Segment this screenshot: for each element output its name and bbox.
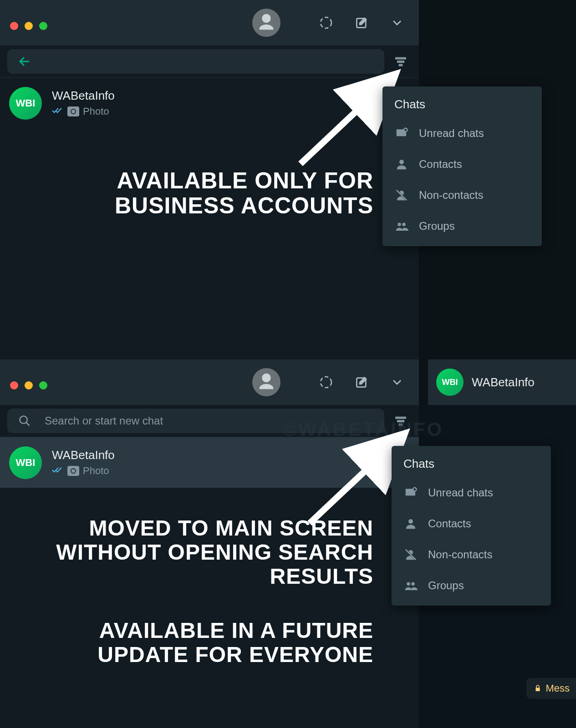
contact-name: WABetaInfo xyxy=(472,375,535,389)
svg-point-6 xyxy=(404,128,408,132)
status-icon[interactable] xyxy=(318,374,334,390)
svg-point-26 xyxy=(407,582,410,586)
search-icon xyxy=(17,414,32,428)
filter-groups[interactable]: Groups xyxy=(392,570,551,601)
svg-point-27 xyxy=(411,582,415,586)
maximize-icon[interactable] xyxy=(39,381,47,389)
contact-avatar: WBI xyxy=(436,369,464,396)
minimize-icon[interactable] xyxy=(25,22,33,30)
filter-noncontacts[interactable]: Non-contacts xyxy=(392,539,551,570)
minimize-icon[interactable] xyxy=(25,381,33,389)
filter-contacts[interactable]: Contacts xyxy=(392,508,551,539)
svg-rect-3 xyxy=(398,61,404,63)
filter-menu: Chats Unread chats Contacts Non-contacts… xyxy=(382,86,542,246)
group-icon xyxy=(394,219,409,233)
filter-unread[interactable]: Unread chats xyxy=(392,477,551,508)
read-ticks-icon xyxy=(52,465,64,477)
unread-icon xyxy=(394,126,409,141)
close-icon[interactable] xyxy=(10,22,18,30)
new-chat-icon[interactable] xyxy=(353,15,370,31)
lock-icon xyxy=(534,684,542,693)
camera-icon xyxy=(67,106,79,116)
svg-point-15 xyxy=(20,416,27,424)
menu-chevron-icon[interactable] xyxy=(389,15,405,31)
group-icon xyxy=(403,578,418,593)
svg-point-21 xyxy=(413,488,417,491)
svg-point-13 xyxy=(321,377,331,388)
status-icon[interactable] xyxy=(318,15,334,31)
svg-line-20 xyxy=(310,446,392,523)
person-icon xyxy=(394,157,409,172)
read-ticks-icon xyxy=(52,106,64,117)
filter-unread[interactable]: Unread chats xyxy=(382,118,542,149)
filter-noncontacts[interactable]: Non-contacts xyxy=(382,180,542,211)
svg-point-22 xyxy=(408,519,413,524)
annotation-caption: AVAILABLE ONLY FOR BUSINESS ACCOUNTS xyxy=(46,168,373,218)
svg-point-12 xyxy=(402,223,406,227)
profile-avatar[interactable] xyxy=(252,368,280,396)
sidebar-header xyxy=(0,0,419,46)
profile-avatar[interactable] xyxy=(252,9,280,37)
filter-contacts[interactable]: Contacts xyxy=(382,149,542,180)
annotation-arrow xyxy=(291,77,396,175)
person-icon xyxy=(403,516,418,531)
person-off-icon xyxy=(403,547,418,562)
contact-avatar: WBI xyxy=(9,87,42,120)
svg-rect-2 xyxy=(396,57,406,59)
svg-point-11 xyxy=(398,223,401,227)
filter-menu-title: Chats xyxy=(392,452,551,477)
search-input[interactable] xyxy=(7,49,384,74)
camera-icon xyxy=(67,466,79,476)
svg-rect-4 xyxy=(399,64,403,66)
filter-groups[interactable]: Groups xyxy=(382,211,542,242)
menu-chevron-icon[interactable] xyxy=(389,374,405,390)
svg-point-0 xyxy=(321,17,331,28)
close-icon[interactable] xyxy=(10,381,18,389)
sidebar-header xyxy=(0,359,419,405)
annotation-arrow xyxy=(301,437,405,534)
message-preview: Photo xyxy=(83,106,109,117)
window-controls[interactable] xyxy=(10,381,47,389)
svg-line-16 xyxy=(26,423,30,426)
svg-line-5 xyxy=(301,86,382,164)
filter-menu-title: Chats xyxy=(382,93,542,118)
back-arrow-icon[interactable] xyxy=(17,54,32,69)
search-row xyxy=(0,46,419,77)
new-chat-icon[interactable] xyxy=(353,374,370,390)
message-preview: Photo xyxy=(83,465,109,477)
maximize-icon[interactable] xyxy=(39,22,47,30)
filter-icon[interactable] xyxy=(390,51,412,72)
contact-avatar: WBI xyxy=(9,446,42,479)
filter-menu: Chats Unread chats Contacts Non-contacts… xyxy=(392,446,551,606)
person-off-icon xyxy=(394,188,409,202)
encryption-pill: Mess xyxy=(526,678,576,699)
svg-point-7 xyxy=(399,160,404,164)
conversation-header[interactable]: WBI WABetaInfo xyxy=(428,359,576,405)
unread-icon xyxy=(403,485,418,500)
search-placeholder: Search or start new chat xyxy=(45,415,163,427)
annotation-caption: AVAILABLE IN A FUTURE UPDATE FOR EVERYON… xyxy=(23,619,373,667)
window-controls[interactable] xyxy=(10,22,47,30)
